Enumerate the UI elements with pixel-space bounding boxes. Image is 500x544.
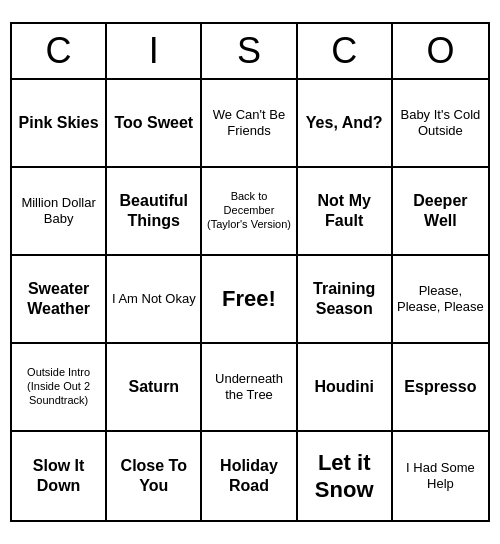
header-letter-s-2: S <box>202 24 297 78</box>
header-letter-c-3: C <box>298 24 393 78</box>
bingo-cell-21[interactable]: Close To You <box>107 432 202 520</box>
bingo-cell-9[interactable]: Deeper Well <box>393 168 488 256</box>
bingo-cell-3[interactable]: Yes, And? <box>298 80 393 168</box>
bingo-cell-6[interactable]: Beautiful Things <box>107 168 202 256</box>
bingo-cell-22[interactable]: Holiday Road <box>202 432 297 520</box>
bingo-cell-5[interactable]: Million Dollar Baby <box>12 168 107 256</box>
bingo-cell-17[interactable]: Underneath the Tree <box>202 344 297 432</box>
bingo-cell-1[interactable]: Too Sweet <box>107 80 202 168</box>
bingo-cell-11[interactable]: I Am Not Okay <box>107 256 202 344</box>
bingo-cell-14[interactable]: Please, Please, Please <box>393 256 488 344</box>
bingo-cell-7[interactable]: Back to December (Taylor's Version) <box>202 168 297 256</box>
bingo-cell-18[interactable]: Houdini <box>298 344 393 432</box>
bingo-cell-15[interactable]: Outside Intro (Inside Out 2 Soundtrack) <box>12 344 107 432</box>
bingo-cell-20[interactable]: Slow It Down <box>12 432 107 520</box>
bingo-cell-24[interactable]: I Had Some Help <box>393 432 488 520</box>
header-letter-o-4: O <box>393 24 488 78</box>
bingo-cell-16[interactable]: Saturn <box>107 344 202 432</box>
bingo-cell-19[interactable]: Espresso <box>393 344 488 432</box>
bingo-card: CISCO Pink SkiesToo SweetWe Can't Be Fri… <box>10 22 490 522</box>
bingo-cell-0[interactable]: Pink Skies <box>12 80 107 168</box>
bingo-grid: Pink SkiesToo SweetWe Can't Be FriendsYe… <box>12 80 488 520</box>
header-letter-i-1: I <box>107 24 202 78</box>
bingo-cell-12[interactable]: Free! <box>202 256 297 344</box>
bingo-cell-23[interactable]: Let it Snow <box>298 432 393 520</box>
bingo-cell-8[interactable]: Not My Fault <box>298 168 393 256</box>
bingo-cell-4[interactable]: Baby It's Cold Outside <box>393 80 488 168</box>
bingo-cell-2[interactable]: We Can't Be Friends <box>202 80 297 168</box>
bingo-header: CISCO <box>12 24 488 80</box>
header-letter-c-0: C <box>12 24 107 78</box>
bingo-cell-10[interactable]: Sweater Weather <box>12 256 107 344</box>
bingo-cell-13[interactable]: Training Season <box>298 256 393 344</box>
